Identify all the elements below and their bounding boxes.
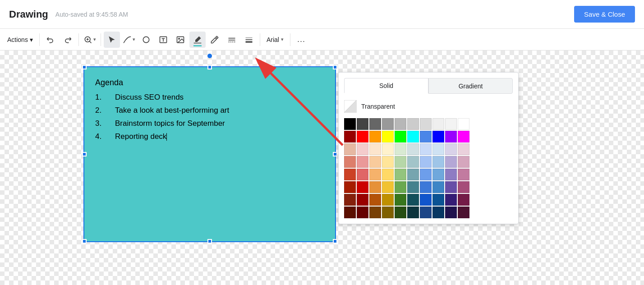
color-swatch[interactable]: [445, 156, 457, 168]
color-swatch[interactable]: [445, 131, 457, 142]
line-color-button[interactable]: [207, 32, 223, 48]
handle-top-left[interactable]: [82, 65, 87, 69]
color-swatch[interactable]: [395, 131, 406, 142]
handle-rotate[interactable]: [207, 54, 212, 58]
zoom-button[interactable]: ▾: [82, 32, 98, 48]
color-swatch[interactable]: [458, 181, 469, 193]
handle-top-right[interactable]: [333, 65, 337, 69]
color-swatch[interactable]: [432, 131, 444, 142]
color-swatch[interactable]: [458, 194, 469, 206]
handle-bottom-right[interactable]: [333, 239, 337, 244]
color-swatch[interactable]: [395, 169, 406, 180]
color-swatch[interactable]: [395, 156, 406, 168]
color-swatch[interactable]: [344, 118, 356, 130]
save-close-button[interactable]: Save & Close: [574, 6, 635, 23]
select-tool-button[interactable]: [104, 32, 120, 48]
color-swatch[interactable]: [407, 169, 419, 180]
color-swatch[interactable]: [344, 181, 356, 193]
color-swatch[interactable]: [407, 156, 419, 168]
border-weight-button[interactable]: [241, 32, 257, 48]
color-swatch[interactable]: [357, 143, 368, 155]
color-swatch[interactable]: [432, 156, 444, 168]
color-swatch[interactable]: [445, 169, 457, 180]
color-swatch[interactable]: [395, 143, 406, 155]
tab-gradient[interactable]: Gradient: [428, 78, 513, 94]
color-swatch[interactable]: [344, 194, 356, 206]
color-swatch[interactable]: [357, 131, 368, 142]
handle-bottom-left[interactable]: [82, 239, 87, 244]
color-swatch[interactable]: [420, 207, 432, 218]
color-swatch[interactable]: [407, 118, 419, 130]
color-swatch[interactable]: [357, 181, 368, 193]
color-swatch[interactable]: [420, 143, 432, 155]
color-swatch[interactable]: [432, 118, 444, 130]
color-swatch[interactable]: [357, 169, 368, 180]
undo-button[interactable]: [42, 32, 59, 48]
handle-middle-left[interactable]: [82, 152, 87, 156]
color-swatch[interactable]: [458, 156, 469, 168]
tab-solid[interactable]: Solid: [344, 78, 428, 94]
color-swatch[interactable]: [432, 181, 444, 193]
color-swatch[interactable]: [445, 181, 457, 193]
color-swatch[interactable]: [382, 156, 394, 168]
color-swatch[interactable]: [382, 207, 394, 218]
text-tool-button[interactable]: [155, 32, 171, 48]
color-swatch[interactable]: [407, 143, 419, 155]
color-swatch[interactable]: [357, 156, 368, 168]
color-swatch[interactable]: [445, 207, 457, 218]
color-swatch[interactable]: [344, 169, 356, 180]
font-select-button[interactable]: Arial ▾: [263, 32, 287, 48]
color-swatch[interactable]: [432, 169, 444, 180]
color-swatch[interactable]: [458, 169, 469, 180]
color-swatch[interactable]: [432, 143, 444, 155]
color-swatch[interactable]: [407, 131, 419, 142]
shape-tool-button[interactable]: [138, 32, 154, 48]
color-swatch[interactable]: [420, 156, 432, 168]
color-swatch[interactable]: [395, 207, 406, 218]
color-swatch[interactable]: [369, 131, 381, 142]
text-box[interactable]: Agenda 1. Discuss SEO trends 2. Take a l…: [83, 66, 336, 242]
image-tool-button[interactable]: [172, 32, 189, 48]
color-swatch[interactable]: [420, 118, 432, 130]
color-swatch[interactable]: [344, 207, 356, 218]
color-swatch[interactable]: [369, 156, 381, 168]
line-tool-button[interactable]: ▾: [121, 32, 137, 48]
color-swatch[interactable]: [369, 118, 381, 130]
color-swatch[interactable]: [382, 143, 394, 155]
color-swatch[interactable]: [382, 194, 394, 206]
color-swatch[interactable]: [407, 207, 419, 218]
color-swatch[interactable]: [382, 118, 394, 130]
color-swatch[interactable]: [458, 207, 469, 218]
actions-button[interactable]: Actions ▾: [4, 32, 37, 48]
color-swatch[interactable]: [344, 156, 356, 168]
color-swatch[interactable]: [395, 118, 406, 130]
transparent-row[interactable]: Transparent: [344, 100, 513, 113]
color-swatch[interactable]: [344, 131, 356, 142]
color-swatch[interactable]: [407, 181, 419, 193]
color-swatch[interactable]: [357, 207, 368, 218]
color-swatch[interactable]: [432, 207, 444, 218]
color-swatch[interactable]: [369, 181, 381, 193]
color-swatch[interactable]: [369, 143, 381, 155]
color-swatch[interactable]: [369, 194, 381, 206]
handle-bottom-middle[interactable]: [207, 239, 212, 244]
color-swatch[interactable]: [445, 143, 457, 155]
redo-button[interactable]: [60, 32, 76, 48]
color-swatch[interactable]: [420, 194, 432, 206]
color-swatch[interactable]: [445, 194, 457, 206]
color-swatch[interactable]: [382, 131, 394, 142]
color-swatch[interactable]: [369, 169, 381, 180]
color-swatch[interactable]: [344, 143, 356, 155]
color-swatch[interactable]: [458, 143, 469, 155]
border-style-button[interactable]: [224, 32, 240, 48]
color-swatch[interactable]: [357, 194, 368, 206]
color-swatch[interactable]: [407, 194, 419, 206]
color-swatch[interactable]: [458, 118, 469, 130]
color-swatch[interactable]: [445, 118, 457, 130]
color-swatch[interactable]: [432, 194, 444, 206]
color-swatch[interactable]: [382, 181, 394, 193]
color-swatch[interactable]: [382, 169, 394, 180]
more-options-button[interactable]: ...: [293, 32, 309, 48]
color-swatch[interactable]: [420, 181, 432, 193]
canvas-area[interactable]: Agenda 1. Discuss SEO trends 2. Take a l…: [0, 51, 644, 285]
